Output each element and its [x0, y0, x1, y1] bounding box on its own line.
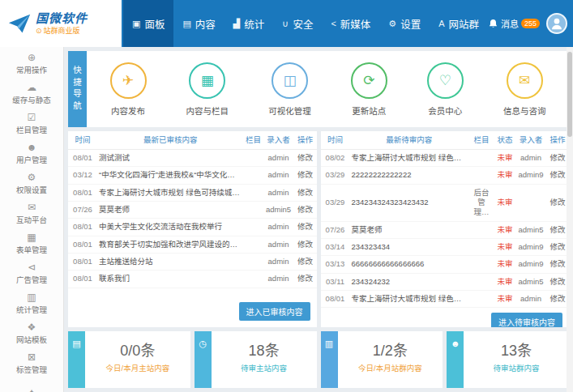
row-title-link[interactable]: 测试测试	[97, 149, 244, 166]
nav-item-label: 安全	[293, 16, 313, 32]
quick-nav-circle-icon: ✉	[507, 62, 543, 99]
enter-approved-button[interactable]: 进入已审核内容	[239, 302, 310, 321]
scrollbar-thumb[interactable]	[567, 52, 572, 137]
quick-nav-item[interactable]: ♡ 会员中心	[427, 62, 464, 117]
pending-footer: 进入待审核内容	[321, 308, 570, 327]
nav-item[interactable]: < 新媒体	[322, 0, 379, 47]
vertical-scrollbar	[567, 47, 573, 392]
row-edit-link[interactable]: 修改	[546, 290, 569, 307]
row-author: admin	[263, 149, 294, 166]
approved-row: 08/01 主站推送给分站 admin 修改	[68, 253, 317, 270]
row-time: 03/12	[68, 167, 97, 184]
sidebar-item[interactable]: ⚙ 权限设置	[0, 168, 63, 198]
row-time: 08/01	[68, 271, 97, 288]
pending-row: 07/26 莫莫老师 未审 admin5 修改	[321, 221, 570, 238]
row-title-link[interactable]: 专家上海研讨大城市规划 绿色可持续城市仍为热点	[97, 184, 244, 201]
stat-card-body: 1/2条 今日/本月站群内容	[338, 331, 443, 388]
row-title-link[interactable]: 234234324323423432	[350, 184, 469, 221]
quick-nav-item[interactable]: ✈ 内容发布	[110, 62, 147, 117]
row-title-link[interactable]: 莫莫老师	[350, 221, 469, 238]
row-edit-link[interactable]: 修改	[546, 273, 569, 290]
row-edit-link[interactable]: 修改	[294, 167, 317, 184]
nav-item-label: 新媒体	[340, 16, 371, 32]
row-edit-link[interactable]: 修改	[294, 253, 317, 270]
sidebar-item-label: 标签管理	[16, 364, 47, 375]
row-title-link[interactable]: 教育部关于切实加强和改进学风建设的实施意见	[97, 236, 244, 253]
col-header-time: 时间	[321, 131, 350, 149]
row-title-link[interactable]: 主站推送给分站	[97, 253, 244, 270]
sidebar-item[interactable]: ❖ 网站模板	[0, 318, 63, 348]
sidebar-item[interactable]: ✉ 互动平台	[0, 198, 63, 228]
row-time: 08/01	[68, 184, 97, 201]
row-title-link[interactable]: 专家上海研讨大城市规划 绿色可持续城市仍为热点	[350, 290, 469, 307]
sidebar-item[interactable]: ⊲ 广告管理	[0, 258, 63, 288]
stat-card[interactable]: ▥ 1/2条 今日/本月站群内容	[321, 331, 443, 388]
row-time: 08/01	[68, 253, 97, 270]
quick-nav-item[interactable]: ▦ 内容与栏目	[186, 62, 229, 117]
stat-card[interactable]: ◷ 18条 待审主站内容	[195, 331, 317, 388]
quick-nav-item[interactable]: ◫ 可视化管理	[268, 62, 311, 117]
row-time: 07/26	[68, 201, 97, 218]
sidebar-item[interactable]: ▥ 统计管理	[0, 288, 63, 318]
row-title-link[interactable]: 234323434	[350, 238, 469, 255]
quick-nav-items: ✈ 内容发布 ▦ 内容与栏目 ◫	[87, 51, 569, 127]
row-edit-link[interactable]: 修改	[294, 201, 317, 218]
sidebar-item[interactable]: ⊕ 常用操作	[0, 49, 63, 79]
row-edit-link[interactable]: 修改	[546, 221, 569, 238]
stat-card-strip: ▤	[68, 331, 85, 388]
paper-plane-logo-icon	[8, 12, 31, 35]
stat-card-strip: ☻	[447, 331, 464, 388]
row-edit-link[interactable]: 修改	[294, 236, 317, 253]
sidebar-item[interactable]: ✦	[0, 378, 63, 392]
messages-button[interactable]: 消息 255	[488, 17, 540, 30]
row-title-link[interactable]: “中华文化四海行”走进我校&“中华文化四海行”走进我校(图文)	[97, 167, 244, 184]
row-edit-link[interactable]: 修改	[294, 184, 317, 201]
sidebar-item[interactable]: ☑ 栏目管理	[0, 109, 63, 138]
quick-nav-item[interactable]: ⟳ 更新站点	[351, 62, 387, 117]
row-title-link[interactable]: 莫莫老师	[97, 201, 244, 218]
enter-pending-button[interactable]: 进入待审核内容	[491, 313, 562, 327]
row-title-link[interactable]: 234324232	[350, 273, 469, 290]
nav-item-icon: ▟	[233, 19, 240, 29]
stat-card-value: 13条	[501, 339, 532, 360]
row-edit-link[interactable]: 修改	[546, 256, 569, 273]
top-navbar: 国微软件 ⊙ 站群商业版 ▣ 面板 ▤ 内容 ▟ 统计 ∪	[0, 0, 573, 47]
row-status: 未审	[494, 167, 515, 184]
nav-item[interactable]: ▣ 面板	[123, 0, 173, 47]
row-title-link[interactable]: 专家上海研讨大城市规划 绿色可持续城市仍为热点	[350, 149, 469, 166]
stat-cards: ▤ 0/0条 今日/本月主站内容 ◷ 18条 待审主站内容	[68, 331, 569, 388]
row-edit-link[interactable]: 修改	[546, 149, 569, 166]
sidebar-item[interactable]: ▦ 表单管理	[0, 228, 63, 258]
col-header-author: 录入者	[515, 131, 546, 149]
sidebar-item-icon: ▥	[27, 292, 36, 303]
row-edit-link[interactable]: 修改	[546, 167, 569, 184]
row-title-link[interactable]: 22222222222222	[350, 167, 469, 184]
sidebar-item-label: 表单管理	[16, 244, 47, 255]
row-title-link[interactable]: 66666666666666666	[350, 256, 469, 273]
nav-item[interactable]: ▤ 内容	[173, 0, 224, 47]
row-edit-link[interactable]: 修改	[294, 219, 317, 236]
stat-card[interactable]: ▤ 0/0条 今日/本月主站内容	[68, 331, 190, 388]
row-title-link[interactable]: 中美大学生文化交流活动在我校举行	[97, 219, 244, 236]
user-avatar[interactable]	[546, 13, 567, 34]
nav-item[interactable]: ∪ 安全	[273, 0, 322, 47]
stat-card[interactable]: ☻ 13条 待审站群内容	[447, 331, 569, 388]
row-edit-link[interactable]: 修改	[294, 149, 317, 166]
sidebar: ⊕ 常用操作 ☁ 缓存与静态 ☑ 栏目管理 ☻ 用户管理 ⚙ 权限设置	[0, 47, 64, 392]
nav-item-label: 内容	[195, 16, 216, 32]
row-edit-link[interactable]: 修改	[546, 184, 569, 221]
stat-card-label: 今日/本月站群内容	[358, 362, 422, 373]
quick-nav-glyph: ✉	[519, 72, 530, 89]
row-column	[468, 167, 494, 184]
sidebar-item[interactable]: ☁ 缓存与静态	[0, 79, 63, 109]
nav-item[interactable]: ⚙ 设置	[379, 0, 430, 47]
row-edit-link[interactable]: 修改	[546, 238, 569, 255]
row-edit-link[interactable]: 修改	[294, 271, 317, 288]
nav-item[interactable]: ▟ 统计	[224, 0, 273, 47]
row-title-link[interactable]: 联系我们	[97, 271, 244, 288]
quick-nav-item[interactable]: ✉ 信息与咨询	[503, 62, 546, 117]
sidebar-item[interactable]: ☻ 用户管理	[0, 138, 63, 168]
col-header-column: 栏目	[468, 131, 494, 149]
nav-item[interactable]: A 网站群	[430, 0, 488, 47]
sidebar-item[interactable]: ⊠ 标签管理	[0, 348, 63, 378]
